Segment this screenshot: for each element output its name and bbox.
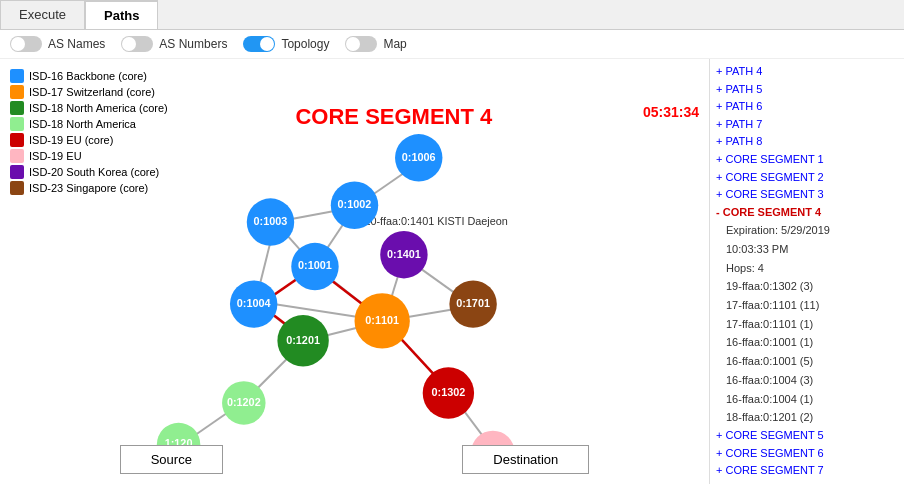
- toggle-knob4: [346, 37, 360, 51]
- toggle-as-names[interactable]: AS Names: [10, 36, 105, 52]
- node-1302[interactable]: [423, 367, 474, 418]
- toggle-knob3: [260, 37, 274, 51]
- right-panel: + PATH 4 + PATH 5 + PATH 6 + PATH 7 + PA…: [709, 59, 904, 484]
- network-graph: 20-ffaa:0:1401 KISTI Daejeon 0:1006 0:10…: [0, 59, 709, 484]
- source-dest-bar: Source Destination: [0, 445, 709, 474]
- detail-hop-6: 16-ffaa:0:1004 (3): [726, 371, 898, 390]
- toggle-knob: [11, 37, 25, 51]
- topology-label: Topology: [281, 37, 329, 51]
- node-tooltip: 20-ffaa:0:1401 KISTI Daejeon: [364, 215, 507, 227]
- toolbar: AS Names AS Numbers Topology Map: [0, 30, 904, 59]
- detail-hops: Hops: 4: [726, 259, 898, 278]
- detail-hop-4: 16-ffaa:0:1001 (1): [726, 333, 898, 352]
- tab-paths[interactable]: Paths: [85, 0, 158, 29]
- sidebar-item-cs5[interactable]: + CORE SEGMENT 5: [716, 427, 898, 445]
- segment4-details: Expiration: 5/29/2019 10:03:33 PM Hops: …: [716, 221, 898, 427]
- sidebar-item-path8[interactable]: + PATH 8: [716, 133, 898, 151]
- sidebar-item-cs3[interactable]: + CORE SEGMENT 3: [716, 186, 898, 204]
- toggle-topology[interactable]: Topology: [243, 36, 329, 52]
- sidebar-item-path5[interactable]: + PATH 5: [716, 81, 898, 99]
- node-1002[interactable]: [331, 182, 378, 229]
- detail-expiration-label: Expiration: 5/29/2019: [726, 221, 898, 240]
- node-1004[interactable]: [230, 280, 277, 327]
- topology-toggle[interactable]: [243, 36, 275, 52]
- toggle-map[interactable]: Map: [345, 36, 406, 52]
- sidebar-item-cs2[interactable]: + CORE SEGMENT 2: [716, 169, 898, 187]
- node-1003[interactable]: [247, 198, 294, 245]
- tab-bar: Execute Paths: [0, 0, 904, 30]
- node-1001[interactable]: [291, 243, 338, 290]
- detail-hop-8: 18-ffaa:0:1201 (2): [726, 408, 898, 427]
- sidebar-item-cs7[interactable]: + CORE SEGMENT 7: [716, 462, 898, 480]
- map-toggle[interactable]: [345, 36, 377, 52]
- node-1401[interactable]: [380, 231, 427, 278]
- sidebar-item-path4[interactable]: + PATH 4: [716, 63, 898, 81]
- sidebar-item-path7[interactable]: + PATH 7: [716, 116, 898, 134]
- tab-execute[interactable]: Execute: [0, 0, 85, 29]
- node-1701[interactable]: [449, 280, 496, 327]
- sidebar-item-cs8[interactable]: + CORE SEGMENT 8: [716, 480, 898, 484]
- sidebar-item-cs1[interactable]: + CORE SEGMENT 1: [716, 151, 898, 169]
- sidebar-item-path6[interactable]: + PATH 6: [716, 98, 898, 116]
- detail-hop-1: 19-ffaa:0:1302 (3): [726, 277, 898, 296]
- detail-expiration-time: 10:03:33 PM: [726, 240, 898, 259]
- node-1101[interactable]: [355, 293, 410, 348]
- sidebar-item-cs4[interactable]: - CORE SEGMENT 4: [716, 204, 898, 222]
- source-button[interactable]: Source: [120, 445, 223, 474]
- detail-hop-3: 17-ffaa:0:1101 (1): [726, 315, 898, 334]
- sidebar-item-cs6[interactable]: + CORE SEGMENT 6: [716, 445, 898, 463]
- map-label: Map: [383, 37, 406, 51]
- detail-hop-2: 17-ffaa:0:1101 (11): [726, 296, 898, 315]
- destination-button[interactable]: Destination: [462, 445, 589, 474]
- as-names-label: AS Names: [48, 37, 105, 51]
- as-numbers-label: AS Numbers: [159, 37, 227, 51]
- detail-hop-7: 16-ffaa:0:1004 (1): [726, 390, 898, 409]
- network-panel: ISD-16 Backbone (core) ISD-17 Switzerlan…: [0, 59, 709, 484]
- node-1202[interactable]: [222, 381, 265, 424]
- as-names-toggle[interactable]: [10, 36, 42, 52]
- main-content: ISD-16 Backbone (core) ISD-17 Switzerlan…: [0, 59, 904, 484]
- toggle-as-numbers[interactable]: AS Numbers: [121, 36, 227, 52]
- toggle-knob2: [122, 37, 136, 51]
- as-numbers-toggle[interactable]: [121, 36, 153, 52]
- node-1201[interactable]: [277, 315, 328, 366]
- detail-hop-5: 16-ffaa:0:1001 (5): [726, 352, 898, 371]
- node-1006[interactable]: [395, 134, 442, 181]
